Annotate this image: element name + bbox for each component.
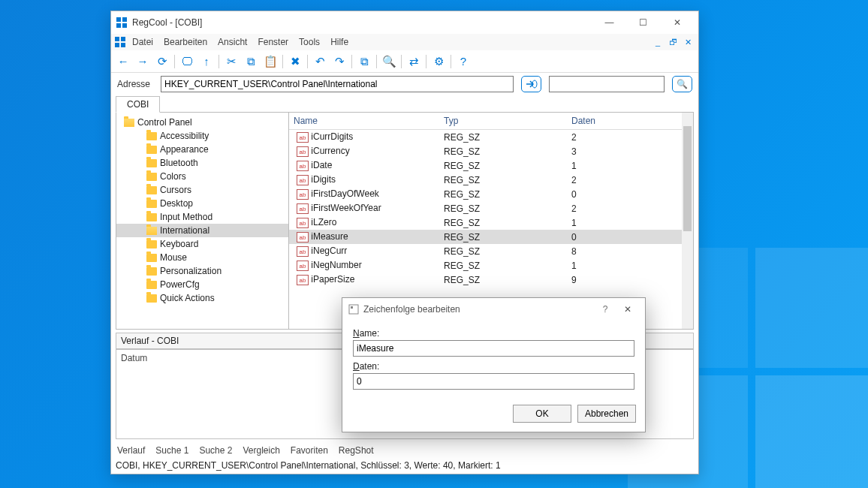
cut-icon[interactable]: ✂ <box>224 54 239 69</box>
dialog-close-button[interactable]: ✕ <box>616 304 639 315</box>
forward-icon[interactable]: → <box>135 54 150 69</box>
tree-item-colors[interactable]: Colors <box>116 170 288 183</box>
tab-suche2[interactable]: Suche 2 <box>199 445 232 456</box>
tree-item-bluetooth[interactable]: Bluetooth <box>116 156 288 170</box>
value-name: iCurrDigits <box>311 131 353 142</box>
tree-item-cursors[interactable]: Cursors <box>116 183 288 197</box>
tab-favoriten[interactable]: Favoriten <box>291 445 328 456</box>
list-row[interactable]: ab iCurrDigitsREG_SZ2 <box>289 130 693 144</box>
address-input[interactable] <box>161 77 513 92</box>
list-row[interactable]: ab iPaperSizeREG_SZ9 <box>289 273 693 287</box>
mdi-restore-icon[interactable]: 🗗 <box>665 35 680 49</box>
tab-regshot[interactable]: RegShot <box>339 445 374 456</box>
tree-label: Cursors <box>160 185 191 195</box>
compare-icon[interactable]: ⇄ <box>406 54 421 69</box>
tree-parent[interactable]: Control Panel <box>116 116 288 129</box>
search-button[interactable]: 🔍 <box>672 76 692 92</box>
close-button[interactable]: ✕ <box>660 12 694 33</box>
up-icon[interactable]: ↑ <box>199 54 214 69</box>
tree-item-powercfg[interactable]: PowerCfg <box>116 278 288 291</box>
dialog-title: Zeichenfolge bearbeiten <box>363 304 594 315</box>
dialog-icon <box>348 304 359 315</box>
folder-icon <box>146 227 157 235</box>
statusbar: COBI, HKEY_CURRENT_USER\Control Panel\In… <box>111 459 698 474</box>
folder-icon <box>146 173 157 181</box>
svg-rect-1 <box>122 17 127 22</box>
list-scrollbar[interactable] <box>682 113 693 329</box>
value-data: 3 <box>567 146 693 157</box>
col-name[interactable]: Name <box>289 113 439 129</box>
help-icon[interactable]: ? <box>456 54 471 69</box>
tree-item-appearance[interactable]: Appearance <box>116 143 288 156</box>
svg-rect-6 <box>115 43 119 47</box>
paste-icon[interactable]: 📋 <box>263 54 278 69</box>
windows-icon[interactable]: ⧉ <box>357 54 372 69</box>
monitor-icon[interactable]: 🖵 <box>179 54 194 69</box>
tree-item-mouse[interactable]: Mouse <box>116 251 288 264</box>
col-type[interactable]: Typ <box>439 113 567 129</box>
mdi-close-icon[interactable]: ✕ <box>680 35 695 49</box>
col-data[interactable]: Daten <box>567 113 693 129</box>
cancel-button[interactable]: Abbrechen <box>577 405 636 423</box>
ok-button[interactable]: OK <box>513 405 571 423</box>
tree-item-personalization[interactable]: Personalization <box>116 264 288 278</box>
value-name: iPaperSize <box>311 274 354 285</box>
list-row[interactable]: ab iNegCurrREG_SZ8 <box>289 244 693 258</box>
tree-item-desktop[interactable]: Desktop <box>116 197 288 210</box>
list-row[interactable]: ab iDateREG_SZ1 <box>289 158 693 173</box>
tab-vergleich[interactable]: Vergleich <box>243 445 279 456</box>
list-row[interactable]: ab iCurrencyREG_SZ3 <box>289 144 693 158</box>
list-row[interactable]: ab iNegNumberREG_SZ1 <box>289 258 693 273</box>
dialog-help-button[interactable]: ? <box>594 304 616 315</box>
value-data: 1 <box>567 218 693 228</box>
tree-label: Colors <box>160 171 186 182</box>
value-data: 2 <box>567 203 693 214</box>
list-row[interactable]: ab iMeasureREG_SZ0 <box>289 230 693 244</box>
string-icon: ab <box>297 275 309 285</box>
list-row[interactable]: ab iDigitsREG_SZ2 <box>289 173 693 187</box>
tab-cobi[interactable]: COBI <box>116 96 160 113</box>
tree-item-input-method[interactable]: Input Method <box>116 210 288 224</box>
dialog-data-input[interactable] <box>353 373 634 390</box>
search-input[interactable] <box>550 77 664 92</box>
menu-datei[interactable]: Datei <box>128 35 158 49</box>
list-panel[interactable]: Name Typ Daten ab iCurrDigitsREG_SZ2ab i… <box>289 113 693 329</box>
scrollbar-thumb[interactable] <box>683 126 692 231</box>
value-data: 1 <box>567 261 693 271</box>
tree-item-quick-actions[interactable]: Quick Actions <box>116 291 288 305</box>
tree-item-international[interactable]: International <box>116 224 288 237</box>
menu-ansicht[interactable]: Ansicht <box>213 35 252 49</box>
value-type: REG_SZ <box>439 218 567 228</box>
value-type: REG_SZ <box>439 146 567 157</box>
undo-icon[interactable]: ↶ <box>312 54 327 69</box>
tab-suche1[interactable]: Suche 1 <box>155 445 188 456</box>
titlebar[interactable]: RegCool - [COBI] — ☐ ✕ <box>111 11 698 34</box>
refresh-icon[interactable]: ⟳ <box>155 54 170 69</box>
tree-panel[interactable]: Control PanelAccessibilityAppearanceBlue… <box>116 113 289 329</box>
redo-icon[interactable]: ↷ <box>332 54 347 69</box>
address-row: Adresse 🔍 <box>111 73 698 95</box>
value-data: 1 <box>567 161 693 171</box>
menu-fenster[interactable]: Fenster <box>253 35 293 49</box>
back-icon[interactable]: ← <box>116 54 131 69</box>
menu-tools[interactable]: Tools <box>294 35 324 49</box>
value-name: iMeasure <box>311 231 348 242</box>
dialog-name-input[interactable] <box>353 340 634 357</box>
search-icon[interactable]: 🔍 <box>381 54 396 69</box>
copy-icon[interactable]: ⧉ <box>243 54 258 69</box>
list-row[interactable]: ab iLZeroREG_SZ1 <box>289 215 693 230</box>
minimize-button[interactable]: — <box>592 12 626 33</box>
tree-item-keyboard[interactable]: Keyboard <box>116 237 288 251</box>
menu-bearbeiten[interactable]: Bearbeiten <box>159 35 212 49</box>
settings-icon[interactable]: ⚙ <box>431 54 446 69</box>
delete-icon[interactable]: ✖ <box>288 54 303 69</box>
list-row[interactable]: ab iFirstDayOfWeekREG_SZ0 <box>289 187 693 201</box>
value-data: 9 <box>567 275 693 285</box>
tree-item-accessibility[interactable]: Accessibility <box>116 129 288 143</box>
menu-hilfe[interactable]: Hilfe <box>326 35 353 49</box>
tab-verlauf[interactable]: Verlauf <box>117 445 145 456</box>
maximize-button[interactable]: ☐ <box>626 12 660 33</box>
go-button[interactable] <box>521 76 541 92</box>
mdi-minimize-icon[interactable]: _ <box>650 35 665 49</box>
list-row[interactable]: ab iFirstWeekOfYearREG_SZ2 <box>289 201 693 215</box>
